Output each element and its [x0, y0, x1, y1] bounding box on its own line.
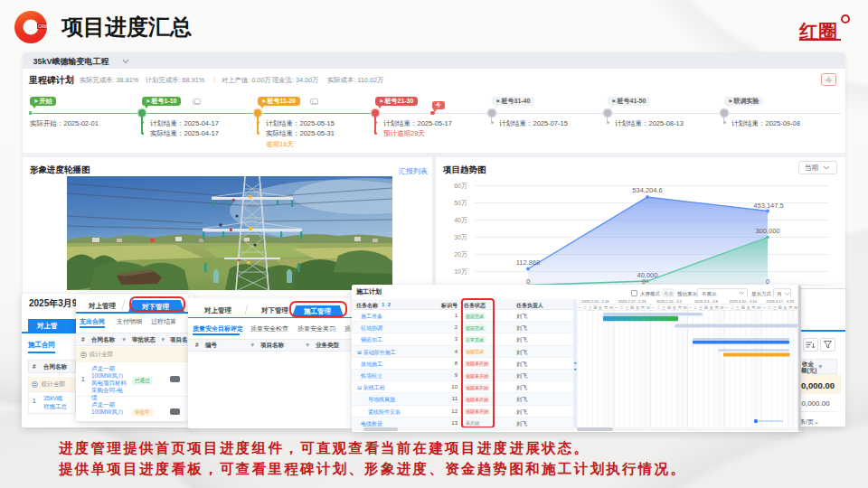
svg-text:二: 二	[620, 305, 624, 310]
svg-text:日: 日	[720, 305, 723, 310]
svg-text:一: 一	[725, 305, 729, 310]
svg-text:50万: 50万	[454, 200, 467, 206]
svg-text:一: 一	[688, 305, 692, 310]
svg-text:四: 四	[630, 305, 634, 310]
svg-text:六: 六	[751, 305, 756, 310]
svg-text:2025.2.17 - 2.23: 2025.2.17 - 2.23	[618, 299, 646, 304]
svg-text:六: 六	[678, 305, 683, 310]
svg-text:40,000: 40,000	[637, 271, 658, 279]
svg-text:日: 日	[757, 305, 760, 310]
svg-text:112,868: 112,868	[516, 258, 541, 267]
svg-text:10万: 10万	[454, 268, 467, 275]
svg-text:六: 六	[604, 305, 609, 310]
svg-text:六: 六	[641, 305, 646, 310]
svg-text:六: 六	[715, 305, 720, 310]
svg-text:四: 四	[667, 305, 671, 310]
svg-text:六: 六	[788, 305, 793, 310]
svg-text:二: 二	[693, 305, 697, 310]
svg-text:二: 二	[583, 305, 587, 310]
svg-text:四: 四	[593, 305, 597, 310]
svg-text:2025.2.24 - 3.2: 2025.2.24 - 3.2	[656, 299, 683, 304]
svg-text:三: 三	[736, 305, 740, 310]
svg-text:三: 三	[699, 305, 703, 310]
svg-text:五: 五	[636, 305, 640, 310]
svg-text:一: 一	[652, 305, 656, 310]
svg-text:五: 五	[673, 305, 677, 310]
svg-text:四: 四	[741, 305, 745, 310]
svg-text:五: 五	[783, 305, 788, 310]
svg-text:一: 一	[615, 305, 618, 310]
svg-text:20万: 20万	[454, 251, 467, 258]
svg-text:三: 三	[625, 305, 628, 310]
svg-text:一: 一	[762, 305, 766, 310]
svg-text:四: 四	[778, 305, 782, 310]
svg-text:二: 二	[768, 305, 771, 310]
svg-text:CRM: CRM	[38, 24, 47, 29]
svg-text:三: 三	[589, 305, 592, 310]
svg-text:日: 日	[646, 305, 650, 310]
svg-text:三: 三	[662, 305, 665, 310]
svg-text:五: 五	[710, 305, 714, 310]
svg-text:日: 日	[684, 305, 687, 310]
svg-text:2025.3.17 - 3.23: 2025.3.17 - 3.23	[766, 299, 794, 304]
svg-text:453,147.5: 453,147.5	[753, 202, 783, 210]
svg-text:2025.3.3 - 3.8: 2025.3.3 - 3.8	[694, 299, 719, 304]
svg-text:30万: 30万	[454, 234, 467, 240]
svg-text:2025.3.10 - 3.16: 2025.3.10 - 3.16	[730, 299, 758, 304]
svg-text:五: 五	[599, 305, 603, 310]
svg-text:2025.2.10 - 2.16: 2025.2.10 - 2.16	[581, 299, 609, 304]
svg-text:二: 二	[731, 305, 734, 310]
svg-text:一: 一	[578, 305, 581, 310]
svg-text:三: 三	[773, 305, 777, 310]
svg-text:四: 四	[704, 305, 708, 310]
svg-text:300,000: 300,000	[755, 227, 779, 235]
svg-text:日: 日	[609, 305, 613, 310]
svg-text:60万: 60万	[454, 183, 467, 189]
svg-text:五: 五	[747, 305, 751, 310]
svg-text:534,204.6: 534,204.6	[632, 186, 662, 194]
svg-text:40万: 40万	[454, 217, 467, 223]
svg-text:二: 二	[656, 305, 660, 310]
